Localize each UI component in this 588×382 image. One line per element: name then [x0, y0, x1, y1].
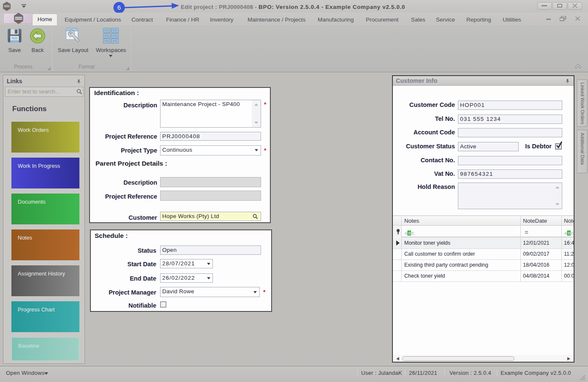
- svg-text:6: 6: [117, 4, 121, 11]
- svg-text:B: B: [568, 231, 571, 235]
- svg-text:A: A: [405, 231, 407, 235]
- svg-text:A: A: [564, 231, 567, 235]
- svg-text:C: C: [411, 231, 414, 235]
- svg-text:C: C: [571, 231, 574, 235]
- svg-text:B: B: [408, 231, 411, 235]
